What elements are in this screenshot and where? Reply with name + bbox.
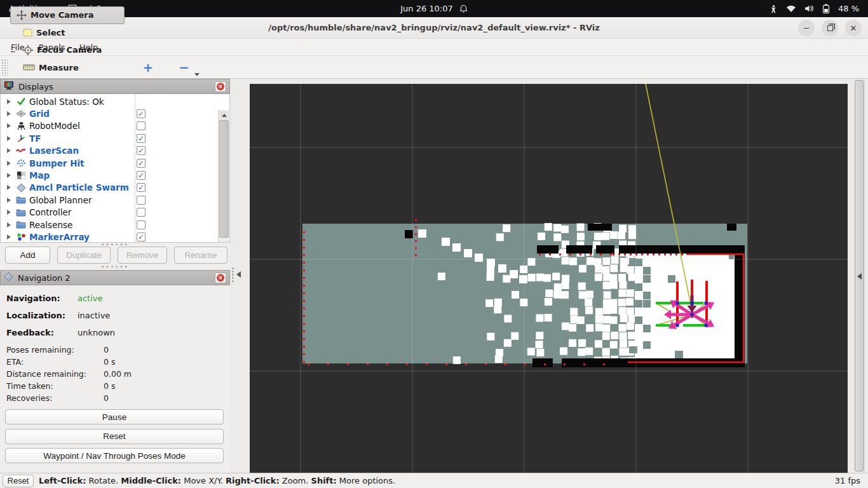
nav-stat-value: 0: [104, 345, 109, 355]
display-checkbox[interactable]: [137, 121, 146, 130]
nav-button-reset[interactable]: Reset: [5, 429, 224, 444]
display-row-map[interactable]: Map✓: [1, 169, 217, 181]
display-row-laserscan[interactable]: LaserScan✓: [1, 145, 217, 157]
navigation-close-button[interactable]: ×: [215, 273, 226, 283]
battery-icon[interactable]: [822, 4, 830, 13]
rviz-window: Activities rviz2 Jun 26 10:07: [0, 0, 868, 488]
nav-stat-value: 0: [104, 393, 109, 403]
expander-icon[interactable]: [7, 185, 11, 190]
display-checkbox[interactable]: [137, 220, 146, 229]
expander-icon[interactable]: [7, 111, 11, 116]
display-row-bumper-hit[interactable]: Bumper Hit✓: [1, 157, 217, 169]
expander-icon[interactable]: [7, 198, 11, 203]
clock[interactable]: Jun 26 10:07: [400, 4, 453, 13]
display-label: Realsense: [29, 220, 72, 230]
collapse-left-panel-icon[interactable]: [236, 271, 241, 278]
time-reset-button[interactable]: Reset: [3, 475, 34, 487]
amcl-icon: [16, 182, 26, 193]
display-row-realsense[interactable]: Realsense: [1, 219, 217, 231]
scroll-thumb[interactable]: [219, 120, 229, 238]
mouse-hints: Left-Click: Rotate. Middle-Click: Move X…: [39, 476, 395, 485]
laser-icon: [16, 146, 26, 156]
menu-bar: FilePanelsHelp: [0, 39, 868, 56]
tf-icon: [16, 133, 26, 144]
volume-icon[interactable]: [804, 4, 814, 13]
display-row-global-status-ok[interactable]: Global Status: Ok: [1, 95, 217, 107]
close-button[interactable]: ✕: [845, 20, 862, 36]
display-row-global-planner[interactable]: Global Planner: [1, 194, 217, 206]
expander-icon[interactable]: [7, 234, 11, 240]
display-row-grid[interactable]: Grid✓: [1, 107, 217, 119]
rename-display-button[interactable]: Rename: [174, 247, 227, 264]
panel-viewport-splitter[interactable]: [230, 79, 250, 473]
display-checkbox[interactable]: ✓: [137, 183, 146, 192]
display-checkbox[interactable]: ✓: [137, 109, 146, 118]
nav-status-value: unknown: [78, 328, 115, 337]
restore-button[interactable]: [822, 20, 838, 36]
display-checkbox[interactable]: [137, 196, 146, 205]
display-row-tf[interactable]: TF✓: [1, 132, 217, 144]
measure-icon: [23, 64, 35, 71]
display-row-robotmodel[interactable]: RobotModel: [1, 120, 217, 132]
display-checkbox[interactable]: ✓: [137, 134, 146, 143]
display-label: Amcl Particle Swarm: [29, 182, 129, 193]
display-checkbox[interactable]: ✓: [137, 159, 146, 168]
remove-tool-button[interactable]: −: [172, 59, 196, 76]
tool-measure[interactable]: Measure: [17, 59, 125, 76]
tool-focus-camera[interactable]: Focus Camera: [17, 41, 125, 59]
duplicate-display-button[interactable]: Duplicate: [57, 247, 111, 264]
displays-tree[interactable]: Global Status: OkGrid✓RobotModelTF✓Laser…: [0, 94, 230, 243]
expander-icon[interactable]: [7, 148, 11, 153]
expander-icon[interactable]: [7, 173, 11, 178]
panel-splitter-handle[interactable]: ••••••: [0, 265, 230, 269]
nav-stat-value: 0 s: [104, 381, 115, 391]
folder-icon: [16, 207, 26, 217]
notification-bell-icon[interactable]: [459, 4, 468, 13]
render-view[interactable]: [250, 84, 848, 473]
nav-stat-label: Recoveries:: [6, 393, 52, 403]
nav-status-value: inactive: [78, 311, 110, 320]
expand-views-panel-icon[interactable]: [857, 273, 862, 280]
remove-display-button[interactable]: Remove: [118, 247, 167, 264]
minimize-button[interactable]: ─: [798, 20, 815, 36]
toolbar-grip[interactable]: [1, 59, 8, 76]
add-display-button[interactable]: Add: [5, 247, 50, 264]
nav-button-pause[interactable]: Pause: [5, 409, 224, 424]
tool-move-camera[interactable]: Move Camera: [10, 6, 125, 24]
display-checkbox[interactable]: ✓: [137, 233, 146, 241]
expander-icon[interactable]: [7, 136, 11, 141]
display-checkbox[interactable]: ✓: [137, 171, 146, 180]
add-tool-button[interactable]: +: [136, 59, 161, 76]
navigation-panel-header[interactable]: Navigation 2 ×: [0, 270, 230, 285]
display-row-amcl-particle-swarm[interactable]: Amcl Particle Swarm✓: [1, 182, 217, 194]
nav-button-waypoint-nav-through-poses-mode[interactable]: Waypoint / Nav Through Poses Mode: [5, 448, 224, 463]
tree-scrollbar[interactable]: [218, 110, 229, 243]
expander-icon[interactable]: [7, 161, 11, 166]
expander-icon[interactable]: [7, 222, 11, 227]
display-row-controller[interactable]: Controller: [1, 207, 217, 219]
accessibility-icon[interactable]: [770, 4, 778, 13]
splitter-grip[interactable]: [232, 267, 234, 283]
viewport-area: [250, 79, 848, 473]
right-strip: [848, 79, 868, 473]
tool-label: Focus Camera: [37, 45, 102, 55]
expander-icon[interactable]: [7, 210, 11, 215]
nav-stat-value: 0.00 m: [104, 369, 132, 379]
displays-panel-title: Displays: [18, 82, 210, 92]
nav-stat-label: Poses remaining:: [6, 345, 74, 355]
wifi-icon[interactable]: [786, 4, 796, 13]
displays-panel-header[interactable]: Displays ×: [0, 79, 230, 94]
tool-select[interactable]: Select: [17, 24, 125, 41]
display-label: RobotModel: [29, 121, 80, 131]
displays-close-button[interactable]: ×: [215, 81, 226, 92]
tool-dropdown-arrow[interactable]: [194, 73, 200, 76]
expander-icon[interactable]: [7, 99, 11, 104]
display-checkbox[interactable]: ✓: [137, 146, 146, 155]
bumper-icon: [16, 158, 26, 168]
views-panel-collapsed-bar[interactable]: [855, 80, 864, 471]
display-checkbox[interactable]: [137, 208, 146, 217]
expander-icon[interactable]: [7, 123, 11, 128]
nav-status-label: Localization:: [6, 311, 65, 320]
window-title-bar[interactable]: /opt/ros/humble/share/nav2_bringup/rviz/…: [0, 17, 868, 39]
scroll-up-button[interactable]: [219, 111, 229, 119]
